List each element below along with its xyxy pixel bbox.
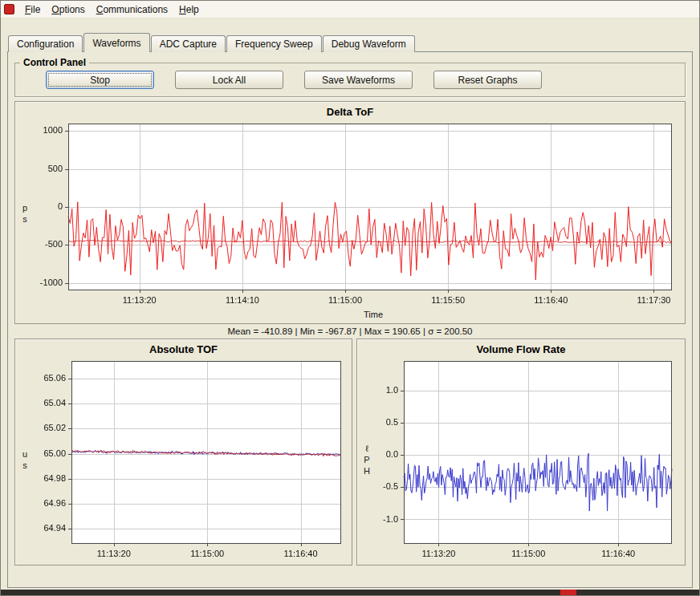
volume-flow-title: Volume Flow Rate — [357, 339, 685, 356]
control-panel-group: Control Panel Stop Lock All Save Wavefor… — [14, 57, 686, 97]
tab-adc-capture[interactable]: ADC Capture — [151, 35, 226, 52]
delta-tof-xlabel: Time — [15, 310, 685, 323]
bottom-charts-row: Absolute TOF us Volume Flow Rate ℓPH — [14, 339, 686, 566]
absolute-tof-body: us — [15, 356, 352, 565]
volume-flow-panel: Volume Flow Rate ℓPH — [356, 339, 686, 566]
menu-bar: File Options Communications Help — [1, 1, 699, 18]
stop-button[interactable]: Stop — [46, 71, 154, 89]
menu-communications[interactable]: Communications — [91, 2, 173, 18]
reset-graphs-button[interactable]: Reset Graphs — [433, 71, 542, 89]
delta-tof-ylabel: ps — [17, 203, 30, 225]
tab-debug-waveform[interactable]: Debug Waveform — [323, 35, 415, 52]
tab-frequency-sweep[interactable]: Frequency Sweep — [226, 35, 322, 52]
tab-strip: Configuration Waveforms ADC Capture Freq… — [8, 34, 415, 52]
waveforms-tab-content: Control Panel Stop Lock All Save Wavefor… — [7, 51, 693, 588]
save-waveforms-button[interactable]: Save Waveforms — [304, 71, 413, 89]
delta-tof-chart-canvas — [30, 119, 680, 310]
app-icon — [4, 4, 14, 14]
app-window: File Options Communications Help Configu… — [0, 0, 700, 596]
volume-flow-body: ℓPH — [357, 356, 685, 565]
absolute-tof-ylabel: us — [17, 449, 30, 472]
delta-tof-title: Delta ToF — [15, 102, 685, 119]
lock-all-button[interactable]: Lock All — [175, 71, 283, 89]
menu-options[interactable]: Options — [46, 2, 90, 18]
taskbar-red-indicator — [560, 590, 576, 595]
tab-waveforms[interactable]: Waveforms — [83, 33, 149, 52]
volume-flow-chart-canvas — [372, 356, 682, 565]
delta-tof-body: ps — [15, 119, 685, 310]
control-panel-title: Control Panel — [20, 57, 89, 68]
control-panel-buttons: Stop Lock All Save Waveforms Reset Graph… — [15, 71, 685, 89]
tab-configuration[interactable]: Configuration — [8, 35, 83, 52]
absolute-tof-panel: Absolute TOF us — [14, 339, 352, 566]
volume-flow-ylabel: ℓPH — [359, 444, 372, 477]
delta-stats: Mean = -410.89 | Min = -967.87 | Max = 1… — [8, 324, 692, 338]
menu-file[interactable]: File — [19, 2, 46, 18]
delta-tof-panel: Delta ToF ps Time — [14, 101, 686, 324]
taskbar-strip — [1, 590, 699, 595]
menu-help[interactable]: Help — [173, 2, 205, 18]
absolute-tof-title: Absolute TOF — [15, 339, 352, 356]
absolute-tof-chart-canvas — [30, 356, 348, 565]
